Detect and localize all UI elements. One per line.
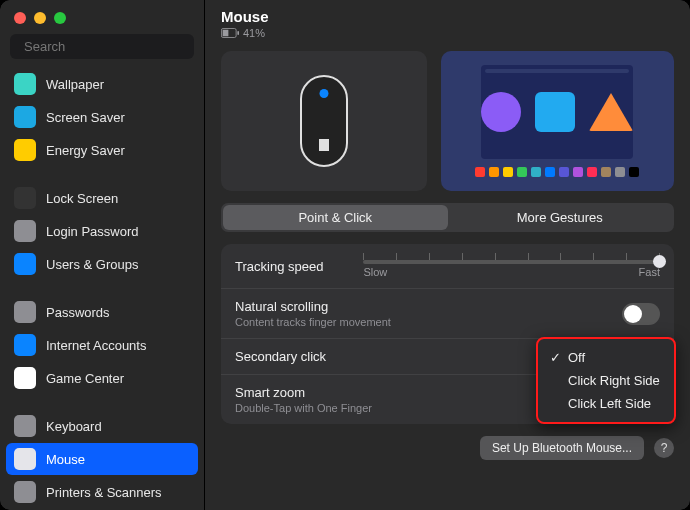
shape-triangle <box>589 93 633 131</box>
tab-more-gestures[interactable]: More Gestures <box>448 205 673 230</box>
row-natural-scrolling: Natural scrolling Content tracks finger … <box>221 289 674 339</box>
wallpaper-icon <box>14 73 36 95</box>
tab-bar: Point & Click More Gestures <box>221 203 674 232</box>
swatch <box>587 167 597 177</box>
swatch <box>559 167 569 177</box>
sidebar-item-energy-saver[interactable]: Energy Saver <box>6 134 198 166</box>
slider-knob[interactable] <box>653 255 666 268</box>
svg-rect-2 <box>237 31 239 35</box>
menu-item-off[interactable]: ✓Off <box>548 346 664 369</box>
sidebar-item-printers-scanners[interactable]: Printers & Scanners <box>6 476 198 508</box>
tracking-speed-label: Tracking speed <box>235 259 323 274</box>
sidebar-item-label: Wallpaper <box>46 77 104 92</box>
natural-scrolling-sub: Content tracks finger movement <box>235 316 391 328</box>
gesture-preview <box>441 51 675 191</box>
preview-row <box>221 51 674 191</box>
screensaver-icon <box>14 106 36 128</box>
secondary-click-menu[interactable]: ✓OffClick Right SideClick Left Side <box>536 337 676 424</box>
mouse-battery: 41% <box>221 27 674 39</box>
sidebar-item-label: Energy Saver <box>46 143 125 158</box>
swatch <box>517 167 527 177</box>
smart-zoom-sub: Double-Tap with One Finger <box>235 402 372 414</box>
search-field[interactable] <box>10 34 194 59</box>
mouse-illustration <box>300 75 348 167</box>
menu-item-label: Off <box>568 350 585 365</box>
sidebar-item-game-center[interactable]: Game Center <box>6 362 198 394</box>
sidebar-item-lock-screen[interactable]: Lock Screen <box>6 182 198 214</box>
mouse-icon <box>14 448 36 470</box>
sidebar-item-login-password[interactable]: Login Password <box>6 215 198 247</box>
gamecenter-icon <box>14 367 36 389</box>
shape-square <box>535 92 575 132</box>
sidebar-item-internet-accounts[interactable]: Internet Accounts <box>6 329 198 361</box>
swatch <box>545 167 555 177</box>
setup-bluetooth-button[interactable]: Set Up Bluetooth Mouse... <box>480 436 644 460</box>
shape-circle <box>481 92 521 132</box>
sidebar-list[interactable]: WallpaperScreen SaverEnergy SaverLock Sc… <box>0 67 204 510</box>
settings-table: Tracking speed Slow Fast Natural scrolli… <box>221 244 674 424</box>
users-icon <box>14 253 36 275</box>
help-button[interactable]: ? <box>654 438 674 458</box>
battery-percent: 41% <box>243 27 265 39</box>
footer: Set Up Bluetooth Mouse... ? <box>221 436 674 460</box>
sidebar-item-label: Internet Accounts <box>46 338 146 353</box>
sidebar-item-label: Screen Saver <box>46 110 125 125</box>
tracking-speed-slider[interactable]: Slow Fast <box>363 254 660 278</box>
sidebar-item-mouse[interactable]: Mouse <box>6 443 198 475</box>
system-settings-window: WallpaperScreen SaverEnergy SaverLock Sc… <box>0 0 690 510</box>
swatch <box>489 167 499 177</box>
minimize-window-button[interactable] <box>34 12 46 24</box>
row-tracking-speed: Tracking speed Slow Fast <box>221 244 674 289</box>
natural-scrolling-toggle[interactable] <box>622 303 660 325</box>
login-icon <box>14 220 36 242</box>
printers-icon <box>14 481 36 503</box>
sidebar-item-screen-saver[interactable]: Screen Saver <box>6 101 198 133</box>
swatch <box>629 167 639 177</box>
menu-item-click-left-side[interactable]: Click Left Side <box>548 392 664 415</box>
desktop-thumbnail <box>481 65 633 159</box>
svg-rect-1 <box>223 30 229 37</box>
menu-item-click-right-side[interactable]: Click Right Side <box>548 369 664 392</box>
row-secondary-click[interactable]: Secondary click ✓OffClick Right SideClic… <box>221 339 674 375</box>
sidebar-item-label: Printers & Scanners <box>46 485 162 500</box>
sidebar-item-keyboard[interactable]: Keyboard <box>6 410 198 442</box>
window-controls <box>0 0 204 34</box>
main-panel: Mouse 41% Point & Click More Gestures <box>205 0 690 510</box>
menu-item-label: Click Right Side <box>568 373 660 388</box>
lock-icon <box>14 187 36 209</box>
natural-scrolling-label: Natural scrolling <box>235 299 391 314</box>
menu-item-label: Click Left Side <box>568 396 651 411</box>
swatch <box>475 167 485 177</box>
secondary-click-label: Secondary click <box>235 349 326 364</box>
sidebar-item-label: Passwords <box>46 305 110 320</box>
checkmark-icon: ✓ <box>550 350 562 365</box>
passwords-icon <box>14 301 36 323</box>
sidebar-item-label: Keyboard <box>46 419 102 434</box>
mouse-preview <box>221 51 427 191</box>
sidebar: WallpaperScreen SaverEnergy SaverLock Sc… <box>0 0 205 510</box>
battery-icon <box>221 28 239 38</box>
swatch <box>601 167 611 177</box>
sidebar-item-wallpaper[interactable]: Wallpaper <box>6 68 198 100</box>
pane-header: Mouse 41% <box>221 8 674 39</box>
sidebar-item-label: Game Center <box>46 371 124 386</box>
slider-min-label: Slow <box>363 266 387 278</box>
search-input[interactable] <box>24 39 192 54</box>
sidebar-item-label: Users & Groups <box>46 257 138 272</box>
slider-max-label: Fast <box>639 266 660 278</box>
swatch <box>503 167 513 177</box>
keyboard-icon <box>14 415 36 437</box>
energy-icon <box>14 139 36 161</box>
sidebar-item-label: Mouse <box>46 452 85 467</box>
close-window-button[interactable] <box>14 12 26 24</box>
sidebar-item-users-groups[interactable]: Users & Groups <box>6 248 198 280</box>
tab-point-and-click[interactable]: Point & Click <box>223 205 448 230</box>
color-swatches <box>475 167 639 177</box>
swatch <box>615 167 625 177</box>
sidebar-item-passwords[interactable]: Passwords <box>6 296 198 328</box>
pane-title: Mouse <box>221 8 674 25</box>
sidebar-item-label: Lock Screen <box>46 191 118 206</box>
sidebar-item-label: Login Password <box>46 224 139 239</box>
internet-icon <box>14 334 36 356</box>
maximize-window-button[interactable] <box>54 12 66 24</box>
